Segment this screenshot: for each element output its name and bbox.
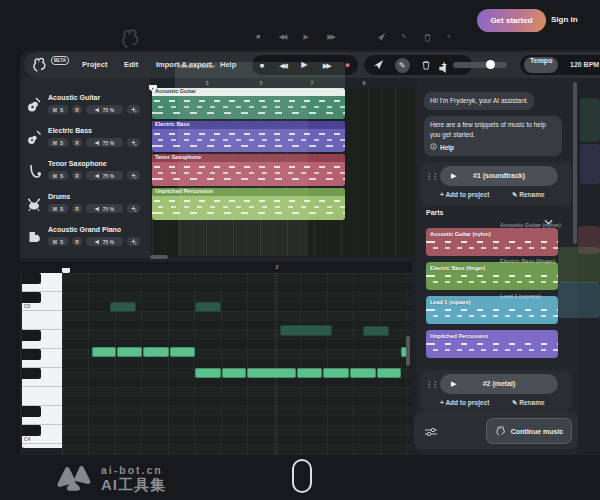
ghost-pencil-icon: ✎ [401, 33, 407, 43]
pointer-tool-button[interactable] [374, 56, 384, 74]
black-key[interactable] [22, 368, 41, 379]
track-volume[interactable]: 75 % [86, 171, 123, 180]
rename-button[interactable]: ✎ Rename [512, 191, 545, 199]
ghost-stop-icon: ■ [256, 33, 260, 41]
piano-roll-barline [276, 273, 277, 455]
record-arm-button[interactable]: R [72, 138, 82, 147]
record-arm-button[interactable]: R [72, 105, 82, 114]
delete-tool-button[interactable] [421, 56, 431, 74]
page: Get started Sign in ■ ◀◀ ▶ ▶▶ ✎ + Hi! I'… [0, 0, 600, 500]
drums-icon [26, 196, 42, 216]
add-to-project-button[interactable]: + Add to project [440, 399, 489, 406]
timeline-h-scrollbar[interactable] [150, 255, 168, 259]
part-label: Lead 1 (square) [430, 299, 471, 305]
track-row[interactable]: Drums MS R 75 % [20, 191, 150, 222]
key-label-c5: C5 [24, 303, 30, 309]
continue-music-button[interactable]: Continue music [486, 418, 572, 444]
ghost-panel-overlay [178, 89, 308, 256]
ghost-clip: Acoustic Guitar [175, 62, 345, 89]
record-arm-button[interactable]: R [72, 171, 82, 180]
sign-in-link[interactable]: Sign in [551, 15, 578, 24]
snippet-1-play-pill[interactable]: ▶ #1 (soundtrack) [440, 166, 558, 186]
track-row[interactable]: Tenor Saxophone MS R 75 % [20, 158, 150, 189]
track-list: Acoustic Guitar MS R 75 % Electric Bass … [20, 78, 150, 258]
black-key[interactable] [22, 425, 41, 436]
snippet-2-title: #2 (metal) [440, 380, 558, 387]
rename-button[interactable]: ✎ Rename [512, 399, 545, 407]
drag-handle-icon[interactable]: ⋮⋮ [425, 172, 437, 181]
snippet-1-title: #1 (soundtrack) [440, 172, 558, 179]
watermark-line2: AI工具集 [101, 476, 166, 495]
black-key[interactable] [22, 273, 41, 284]
track-row[interactable]: Acoustic Guitar MS R 75 % [20, 92, 150, 123]
bass-guitar-icon [26, 130, 42, 150]
continue-music-label: Continue music [511, 428, 564, 435]
assistant-scrollbar[interactable] [573, 82, 577, 244]
get-started-button[interactable]: Get started [477, 9, 546, 32]
track-volume[interactable]: 75 % [86, 204, 123, 213]
track-volume[interactable]: 75 % [86, 138, 123, 147]
mute-solo-buttons[interactable]: MS [48, 237, 68, 246]
black-key[interactable] [22, 349, 41, 360]
snippet-2-play-pill[interactable]: ▶ #2 (metal) [440, 374, 558, 394]
ghost-fragment [580, 144, 600, 184]
track-settings-button[interactable] [127, 171, 140, 180]
assistant-intro-text: Here are a few snippets of music to help… [430, 121, 546, 138]
record-arm-button[interactable]: R [72, 237, 82, 246]
watermark-logo-icon [54, 460, 92, 498]
menu-edit[interactable]: Edit [124, 60, 138, 69]
snippet-card-2: ⋮⋮ ▶ #2 (metal) + Add to project ✎ Renam… [420, 370, 572, 412]
part-label: Acoustic Guitar (nylon) [430, 231, 491, 237]
tempo-value[interactable]: 120 BPM [570, 61, 600, 68]
part-card-acoustic-guitar-nylon[interactable]: Acoustic Guitar (nylon) [426, 228, 558, 256]
track-volume[interactable]: 75 % [86, 237, 123, 246]
track-settings-button[interactable] [127, 105, 140, 114]
watermark-line1: ai-bot.cn [101, 464, 166, 476]
watermark: ai-bot.cn AI工具集 [54, 460, 166, 498]
black-key[interactable] [22, 406, 41, 417]
ghost-part-label: Electric Bass (finger) [500, 258, 598, 264]
volume-slider-handle[interactable] [486, 60, 495, 69]
ghost-pointer-icon [377, 33, 386, 43]
piano-keyboard[interactable] [22, 273, 62, 448]
piano-roll-v-scrollbar[interactable] [406, 336, 410, 366]
mute-solo-buttons[interactable]: MS [48, 204, 68, 213]
piano-roll-bar-number: 2 [272, 264, 282, 270]
volume-speaker-icon[interactable] [438, 60, 448, 78]
track-settings-button[interactable] [127, 138, 140, 147]
track-row[interactable]: Electric Bass MS R 75 % [20, 125, 150, 156]
settings-sliders-icon[interactable] [424, 424, 438, 442]
plus-icon: + [440, 191, 444, 198]
pencil-tool-button[interactable]: ✎ [395, 58, 410, 73]
mute-solo-buttons[interactable]: MS [48, 171, 68, 180]
black-key[interactable] [22, 292, 41, 303]
drag-handle-icon[interactable]: ⋮⋮ [425, 380, 437, 389]
ghost-transport-row: ■ ◀◀ ▶ ▶▶ [256, 33, 334, 41]
menu-project[interactable]: Project [82, 60, 107, 69]
tempo-control[interactable]: Tempo 120 BPM [520, 55, 600, 75]
record-arm-button[interactable]: R [72, 204, 82, 213]
part-card-lead-1-square[interactable]: Lead 1 (square) [426, 296, 558, 324]
add-to-project-button[interactable]: + Add to project [440, 191, 489, 198]
track-settings-button[interactable] [127, 204, 140, 213]
help-link[interactable]: Help [440, 143, 454, 153]
black-key[interactable] [22, 330, 41, 341]
piano-roll-grid[interactable] [62, 273, 412, 455]
track-volume[interactable]: 75 % [86, 105, 123, 114]
mute-solo-buttons[interactable]: MS [48, 138, 68, 147]
assistant-intro-bubble: Here are a few snippets of music to help… [424, 116, 562, 156]
mouse-outline-icon [292, 459, 312, 493]
piano-roll-ruler[interactable] [20, 262, 412, 273]
parts-section-label: Parts [426, 209, 444, 216]
key-label-c4: C4 [24, 436, 30, 442]
app-logo-bird-icon[interactable] [31, 56, 49, 78]
bird-logo-icon [495, 425, 507, 438]
record-button[interactable]: ● [345, 61, 350, 70]
track-row[interactable]: Acoustic Grand Piano MS R 75 % [20, 224, 150, 255]
mute-solo-buttons[interactable]: MS [48, 105, 68, 114]
part-card-electric-bass-finger[interactable]: Electric Bass (finger) [426, 262, 558, 290]
part-card-unpitched-percussion[interactable]: Unpitched Percussion [426, 330, 558, 358]
track-settings-button[interactable] [127, 237, 140, 246]
track-name: Drums [48, 193, 70, 200]
volume-slider[interactable] [453, 62, 507, 68]
